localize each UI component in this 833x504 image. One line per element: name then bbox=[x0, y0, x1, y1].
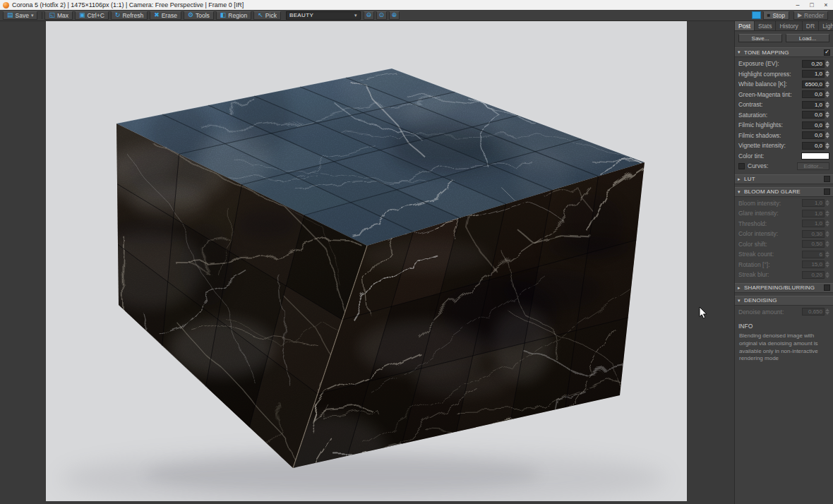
spinner-up-icon[interactable] bbox=[825, 81, 829, 84]
spinner-arrows[interactable] bbox=[825, 220, 829, 227]
tab-lightmix[interactable]: LightMix bbox=[819, 21, 833, 30]
spinner-down-icon[interactable] bbox=[825, 265, 829, 268]
spinner-arrows[interactable] bbox=[825, 112, 829, 118]
spinner-arrows[interactable] bbox=[825, 61, 829, 67]
spinner-value[interactable]: 6500,0 bbox=[802, 80, 825, 88]
spinner-value[interactable]: 1,0 bbox=[802, 220, 825, 227]
spinner-up-icon[interactable] bbox=[825, 112, 829, 114]
spinner-up-icon[interactable] bbox=[825, 241, 829, 244]
spinner-down-icon[interactable] bbox=[825, 224, 829, 227]
spinner-arrows[interactable] bbox=[825, 91, 829, 97]
spinner-value[interactable]: 0,0 bbox=[802, 90, 825, 98]
zoom-in-button[interactable]: ⊕ bbox=[389, 11, 400, 20]
param-spinner[interactable]: 1,0 bbox=[802, 210, 829, 217]
spinner-down-icon[interactable] bbox=[825, 105, 829, 108]
param-spinner[interactable]: 0,20 bbox=[802, 271, 829, 279]
copy-button[interactable]: ▣ Ctrl+C bbox=[75, 11, 109, 20]
spinner-value[interactable]: 0,20 bbox=[802, 60, 825, 68]
param-spinner[interactable]: 6500,0 bbox=[802, 80, 829, 88]
spinner-value[interactable]: 0,0 bbox=[802, 142, 825, 150]
spinner-down-icon[interactable] bbox=[825, 255, 829, 258]
spinner-arrows[interactable] bbox=[825, 81, 829, 88]
spinner-down-icon[interactable] bbox=[825, 64, 829, 67]
spinner-up-icon[interactable] bbox=[825, 272, 829, 275]
spinner-down-icon[interactable] bbox=[825, 146, 829, 149]
spinner-down-icon[interactable] bbox=[825, 126, 829, 128]
spinner-up-icon[interactable] bbox=[825, 132, 829, 135]
spinner-value[interactable]: 0,0 bbox=[802, 131, 825, 139]
zoom-out-button[interactable]: ⊖ bbox=[364, 11, 374, 20]
section-header-bloom-glare[interactable]: ▾ BLOOM AND GLARE bbox=[735, 187, 833, 197]
render-progress-tile[interactable] bbox=[752, 11, 761, 19]
spinner-down-icon[interactable] bbox=[825, 244, 829, 247]
tab-post[interactable]: Post bbox=[735, 21, 755, 30]
spinner-value[interactable]: 1,0 bbox=[802, 70, 825, 78]
spinner-up-icon[interactable] bbox=[825, 61, 829, 64]
pick-button[interactable]: ↖ Pick bbox=[253, 11, 281, 20]
bloom-glare-checkbox[interactable] bbox=[824, 188, 830, 195]
tools-button[interactable]: ⚙ Tools bbox=[184, 11, 214, 20]
region-button[interactable]: ◧ Region bbox=[216, 11, 251, 20]
spinner-up-icon[interactable] bbox=[825, 102, 829, 104]
spinner-arrows[interactable] bbox=[825, 210, 829, 217]
spinner-arrows[interactable] bbox=[825, 102, 829, 108]
spinner-down-icon[interactable] bbox=[825, 312, 829, 315]
spinner-up-icon[interactable] bbox=[825, 143, 829, 145]
param-spinner[interactable]: 0,0 bbox=[802, 90, 829, 98]
spinner-value[interactable]: 1,0 bbox=[802, 101, 825, 109]
spinner-up-icon[interactable] bbox=[825, 231, 829, 234]
param-spinner[interactable]: 15,0 bbox=[802, 260, 829, 268]
spinner-value[interactable]: 1,0 bbox=[802, 199, 825, 207]
spinner-up-icon[interactable] bbox=[825, 210, 829, 213]
spinner-arrows[interactable] bbox=[825, 251, 829, 258]
lut-checkbox[interactable] bbox=[824, 176, 830, 182]
color-tint-swatch[interactable] bbox=[801, 152, 829, 160]
save-settings-button[interactable]: Save... bbox=[738, 34, 782, 42]
stop-button[interactable]: ■ Stop bbox=[763, 11, 789, 20]
spinner-arrows[interactable] bbox=[825, 261, 829, 268]
tab-dr[interactable]: DR bbox=[803, 21, 819, 30]
close-button[interactable]: × bbox=[819, 0, 833, 10]
spinner-arrows[interactable] bbox=[825, 200, 829, 206]
section-header-lut[interactable]: ▸ LUT bbox=[735, 174, 833, 184]
spinner-arrows[interactable] bbox=[825, 71, 829, 77]
spinner-up-icon[interactable] bbox=[825, 91, 829, 94]
spinner-arrows[interactable] bbox=[825, 231, 829, 237]
max-button[interactable]: ◱ Max bbox=[44, 11, 73, 20]
spinner-down-icon[interactable] bbox=[825, 234, 829, 237]
param-spinner[interactable]: 6 bbox=[802, 251, 829, 258]
spinner-value[interactable]: 0,20 bbox=[802, 271, 825, 279]
spinner-arrows[interactable] bbox=[825, 308, 829, 315]
spinner-down-icon[interactable] bbox=[825, 275, 829, 278]
param-spinner[interactable]: 1,0 bbox=[802, 220, 829, 227]
spinner-value[interactable]: 1,0 bbox=[802, 210, 825, 217]
spinner-down-icon[interactable] bbox=[825, 95, 829, 97]
render-viewport[interactable] bbox=[46, 21, 687, 501]
param-spinner[interactable]: 0,0 bbox=[802, 111, 829, 119]
tone-mapping-checkbox[interactable]: ✓ bbox=[824, 49, 830, 56]
spinner-value[interactable]: 0,50 bbox=[802, 240, 825, 248]
section-header-sharpening[interactable]: ▸ SHARPENING/BLURRING bbox=[735, 283, 833, 293]
param-spinner[interactable]: 0,0 bbox=[802, 131, 829, 139]
tab-stats[interactable]: Stats bbox=[755, 21, 776, 30]
refresh-button[interactable]: ↻ Refresh bbox=[111, 11, 148, 20]
spinner-up-icon[interactable] bbox=[825, 261, 829, 264]
param-spinner[interactable]: 0,0 bbox=[802, 121, 829, 129]
spinner-arrows[interactable] bbox=[825, 241, 829, 247]
param-spinner[interactable]: 1,0 bbox=[802, 70, 829, 78]
save-button[interactable]: ▤ Save ▾ bbox=[3, 11, 37, 20]
spinner-down-icon[interactable] bbox=[825, 85, 829, 88]
spinner-value[interactable]: 6 bbox=[802, 251, 825, 258]
spinner-arrows[interactable] bbox=[825, 143, 829, 149]
spinner-up-icon[interactable] bbox=[825, 200, 829, 203]
minimize-button[interactable]: – bbox=[791, 0, 805, 10]
spinner-value[interactable]: 0,0 bbox=[802, 121, 825, 129]
spinner-value[interactable]: 0,0 bbox=[802, 111, 825, 119]
spinner-down-icon[interactable] bbox=[825, 115, 829, 118]
section-header-denoising[interactable]: ▾ DENOISING bbox=[735, 296, 833, 306]
section-header-tone-mapping[interactable]: ▾ TONE MAPPING ✓ bbox=[735, 47, 833, 57]
param-spinner[interactable]: 0,30 bbox=[802, 230, 829, 238]
spinner-up-icon[interactable] bbox=[825, 220, 829, 223]
spinner-value[interactable]: 0,650 bbox=[802, 308, 825, 316]
render-element-select[interactable]: BEAUTY ▾ bbox=[286, 11, 361, 20]
